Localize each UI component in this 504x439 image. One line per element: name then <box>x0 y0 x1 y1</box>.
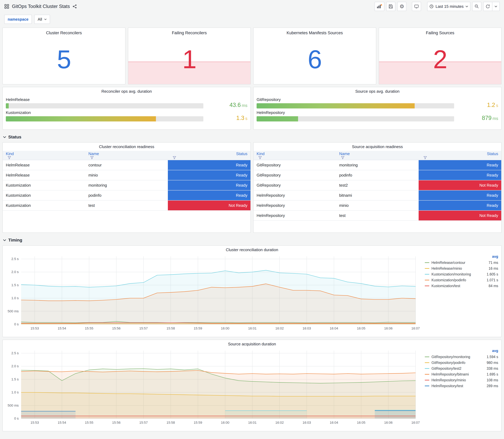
legend-item[interactable]: GitRepository/test2338 ms <box>425 366 498 371</box>
gauge-row: HelmRelease43.6ms <box>6 97 247 109</box>
stat-panel-title[interactable]: Cluster Reconcilers <box>3 31 125 35</box>
add-panel-button[interactable] <box>375 2 384 11</box>
readiness-table-panel: Source acquisition readinessKindNameStat… <box>253 142 502 233</box>
svg-text:15:59: 15:59 <box>194 326 202 330</box>
legend-color-dash-icon <box>425 374 429 375</box>
legend-series-name: GitRepository/test2 <box>431 366 484 371</box>
panel-title[interactable]: Source acquisition readiness <box>254 143 501 151</box>
chart-plot-area[interactable]: 0 s500 ms1.0 s1.5 s2.0 s2.5 s15:5315:541… <box>5 348 422 426</box>
legend-item[interactable]: Kustomization/podinfo1.071 s <box>425 277 498 283</box>
grafana-dashboard: GitOps Toolkit Cluster Stats ⚙ Last 15 m… <box>0 0 504 436</box>
cycle-view-mode-button[interactable] <box>412 2 421 11</box>
dashboard-settings-button[interactable]: ⚙ <box>397 2 406 11</box>
table-row: GitRepositorymonitoringReady <box>254 160 501 170</box>
gauge-value-unit: s <box>245 116 247 121</box>
cell-kind: HelmRepository <box>254 190 336 200</box>
legend-item[interactable]: HelmRelease/contour71 ms <box>425 260 498 266</box>
dashboard-variables-row: namespace All <box>2 13 502 27</box>
time-range-picker[interactable]: Last 15 minutes <box>427 2 470 11</box>
filter-funnel-icon[interactable] <box>173 156 176 159</box>
cell-status: Ready <box>419 190 501 200</box>
zoom-out-button[interactable] <box>472 2 481 11</box>
legend-item[interactable]: HelmRepository/test289 ms <box>425 383 498 389</box>
column-header-name[interactable]: Name <box>85 151 168 160</box>
gauge-value-unit: ms <box>492 116 498 121</box>
panel-title[interactable]: Cluster reconciliation duration <box>5 246 499 254</box>
readiness-table: KindNameStatusGitRepositorymonitoringRea… <box>254 151 501 221</box>
section-timing-label: Timing <box>8 238 22 243</box>
timeseries-plot[interactable]: 0 s500 ms1.0 s1.5 s2.0 s2.5 s15:5315:541… <box>5 348 420 426</box>
share-icon[interactable] <box>73 4 77 9</box>
cell-name: monitoring <box>85 180 168 190</box>
svg-text:15:58: 15:58 <box>166 326 175 330</box>
filter-funnel-icon[interactable] <box>341 156 344 159</box>
stat-panel-title[interactable]: Kubernetes Manifests Sources <box>254 31 376 35</box>
timing-charts: Cluster reconciliation duration0 s500 ms… <box>2 245 502 431</box>
filter-funnel-icon[interactable] <box>90 156 94 159</box>
legend-item[interactable]: Kustomization/test84 ms <box>425 283 498 289</box>
svg-text:16:03: 16:03 <box>303 421 311 425</box>
svg-text:500 ms: 500 ms <box>8 309 19 313</box>
legend-item[interactable]: HelmRepository/minio108 ms <box>425 377 498 383</box>
legend-series-avg: 980 ms <box>487 361 498 365</box>
legend-series-name: Kustomization/monitoring <box>431 272 484 276</box>
time-range-label: Last 15 minutes <box>435 4 464 9</box>
legend-series-avg: 338 ms <box>487 366 498 371</box>
panel-title[interactable]: Source acquisition duration <box>5 340 499 348</box>
gauge-row: Kustomization1.3s <box>6 110 247 122</box>
panel-title[interactable]: Reconciler ops avg. duration <box>6 87 247 96</box>
stat-panel: Failing Sources2 <box>379 27 502 85</box>
timeseries-plot[interactable]: 0 s500 ms1.0 s1.5 s2.0 s2.5 s15:5315:541… <box>5 254 420 332</box>
stat-panels-row: Cluster Reconcilers5Failing Reconcilers1… <box>2 27 502 85</box>
svg-text:15:53: 15:53 <box>30 326 39 330</box>
stat-panel-title[interactable]: Failing Reconcilers <box>128 31 251 35</box>
cell-name: podinfo <box>336 170 419 180</box>
chevron-down-icon <box>3 136 6 138</box>
table-row: HelmRepositoryminioReady <box>254 200 501 210</box>
gauge-value-unit: ms <box>242 103 247 108</box>
save-dashboard-button[interactable] <box>386 2 395 11</box>
variable-namespace-select[interactable]: All <box>34 15 50 24</box>
dashboard-grid-icon[interactable] <box>4 4 9 9</box>
svg-text:15:58: 15:58 <box>166 421 175 425</box>
svg-text:16:07: 16:07 <box>411 421 420 425</box>
legend-item[interactable]: HelmRepository/bitnami1.695 s <box>425 371 498 377</box>
legend-item[interactable]: GitRepository/monitoring1.594 s <box>425 354 498 360</box>
table-row: GitRepositorypodinfoReady <box>254 170 501 180</box>
cell-status: Not Ready <box>419 180 501 190</box>
column-header-kind[interactable]: Kind <box>3 151 85 160</box>
legend-series-name: Kustomization/test <box>431 284 486 288</box>
legend-series-name: HelmRelease/minio <box>431 267 486 271</box>
legend-item[interactable]: Kustomization/monitoring1.605 s <box>425 271 498 277</box>
cell-kind: Kustomization <box>3 190 85 200</box>
section-timing[interactable]: Timing <box>2 235 502 245</box>
legend-color-dash-icon <box>425 386 429 386</box>
gauge-track <box>6 116 203 122</box>
chart-plot-area[interactable]: 0 s500 ms1.0 s1.5 s2.0 s2.5 s15:5315:541… <box>5 254 422 332</box>
svg-text:16:04: 16:04 <box>330 326 338 330</box>
filter-funnel-icon[interactable] <box>8 156 11 159</box>
stat-panel-title[interactable]: Failing Sources <box>379 31 501 35</box>
section-status[interactable]: Status <box>2 132 502 142</box>
column-header-status[interactable]: Status <box>419 151 501 160</box>
panel-title[interactable]: Source ops avg. duration <box>257 87 498 96</box>
gauge-value: 1.3s <box>208 115 247 122</box>
filter-funnel-icon[interactable] <box>258 156 262 159</box>
table-row: HelmReleasecontourReady <box>3 160 250 170</box>
refresh-interval-dropdown[interactable] <box>492 2 500 11</box>
section-status-label: Status <box>8 134 21 139</box>
legend-item[interactable]: GitRepository/podinfo980 ms <box>425 360 498 366</box>
refresh-button[interactable] <box>483 2 492 11</box>
gauge-main: GitRepository <box>257 97 454 109</box>
chevron-down-icon <box>466 5 468 7</box>
column-header-name[interactable]: Name <box>336 151 419 160</box>
cell-kind: HelmRelease <box>3 170 85 180</box>
legend-series-name: HelmRelease/contour <box>431 261 486 265</box>
column-header-status[interactable]: Status <box>168 151 250 160</box>
legend-item[interactable]: HelmRelease/minio16 ms <box>425 266 498 271</box>
panel-title[interactable]: Cluster reconciliation readiness <box>3 143 250 151</box>
cell-status: Ready <box>419 160 501 170</box>
column-header-kind[interactable]: Kind <box>254 151 336 160</box>
gauge-panels-row: Reconciler ops avg. durationHelmRelease4… <box>2 87 502 130</box>
filter-funnel-icon[interactable] <box>424 156 427 159</box>
